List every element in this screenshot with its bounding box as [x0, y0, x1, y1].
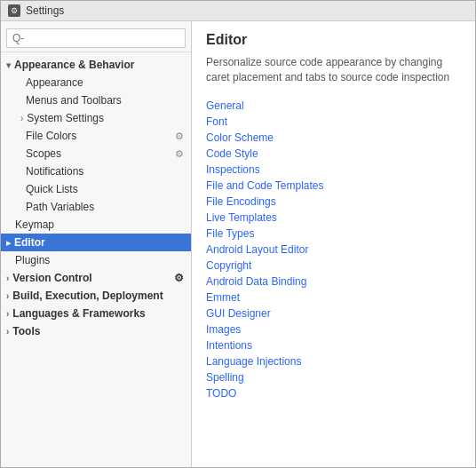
settings-icon: ⚙ — [8, 4, 20, 17]
editor-link-todo[interactable]: TODO — [206, 385, 461, 401]
nav-child-label: File Colors — [26, 130, 76, 142]
editor-link-font[interactable]: Font — [206, 114, 461, 130]
editor-link-android-data-binding[interactable]: Android Data Binding — [206, 274, 461, 290]
nav-subparent-label: Version Control — [12, 272, 91, 284]
editor-link-gui-designer[interactable]: GUI Designer — [206, 305, 461, 321]
window-title: Settings — [26, 4, 64, 17]
arrow-icon: › — [6, 274, 9, 283]
sidebar: ▾ Appearance & Behavior Appearance Menus… — [1, 21, 192, 467]
arrow-icon: › — [20, 114, 23, 123]
badge-icon: ⚙ — [175, 148, 184, 160]
nav-parent-editor[interactable]: ▸ Editor — [1, 234, 191, 251]
editor-link-images[interactable]: Images — [206, 321, 461, 337]
editor-link-intentions[interactable]: Intentions — [206, 337, 461, 353]
settings-window: ⚙ Settings ▾ Appearance & Behavior Appea… — [0, 0, 476, 468]
search-bar — [1, 25, 191, 52]
badge-icon: ⚙ — [175, 131, 184, 142]
nav-subparent-system[interactable]: › System Settings — [1, 109, 191, 127]
nav-item-keymap[interactable]: Keymap — [1, 216, 191, 234]
title-bar: ⚙ Settings — [1, 1, 475, 21]
nav-subparent-tools[interactable]: › Tools — [1, 322, 191, 340]
main-description: Personalize source code appearance by ch… — [206, 55, 461, 85]
nav-item-label: Plugins — [15, 254, 50, 266]
nav-section: ▾ Appearance & Behavior Appearance Menus… — [1, 56, 191, 340]
arrow-icon: › — [6, 309, 9, 319]
nav-subparent-build[interactable]: › Build, Execution, Deployment — [1, 287, 191, 305]
nav-child-label: Appearance — [26, 76, 83, 89]
nav-child-quicklists[interactable]: Quick Lists — [1, 180, 191, 198]
editor-link-color-scheme[interactable]: Color Scheme — [206, 130, 461, 146]
nav-child-notifications[interactable]: Notifications — [1, 163, 191, 180]
nav-parent-label: Appearance & Behavior — [14, 59, 134, 71]
nav-item-label: Keymap — [15, 218, 54, 231]
arrow-icon: › — [6, 291, 9, 301]
search-input[interactable] — [6, 28, 186, 48]
arrow-icon: › — [6, 327, 9, 337]
badge-icon: ⚙ — [174, 272, 184, 284]
nav-parent-appearance[interactable]: ▾ Appearance & Behavior — [1, 56, 191, 74]
nav-parent-label: Editor — [14, 236, 45, 249]
nav-subparent-label: Build, Execution, Deployment — [12, 290, 163, 302]
nav-child-label: Scopes — [26, 147, 61, 160]
main-title: Editor — [206, 32, 461, 48]
nav-child-appearance[interactable]: Appearance — [1, 74, 191, 91]
editor-links-list: GeneralFontColor SchemeCode StyleInspect… — [206, 98, 461, 401]
editor-link-language-injections[interactable]: Language Injections — [206, 353, 461, 369]
nav-child-pathvariables[interactable]: Path Variables — [1, 198, 191, 216]
editor-link-copyright[interactable]: Copyright — [206, 258, 461, 274]
editor-link-spelling[interactable]: Spelling — [206, 369, 461, 385]
editor-link-emmet[interactable]: Emmet — [206, 290, 461, 305]
nav-child-label: Quick Lists — [26, 183, 78, 195]
nav-child-label: Path Variables — [26, 201, 94, 213]
main-panel: Editor Personalize source code appearanc… — [192, 21, 475, 467]
nav-subparent-label: System Settings — [27, 112, 104, 124]
main-content: ▾ Appearance & Behavior Appearance Menus… — [1, 21, 475, 467]
arrow-icon: ▸ — [6, 238, 11, 248]
arrow-icon: ▾ — [6, 60, 11, 70]
nav-subparent-label: Tools — [12, 325, 40, 337]
nav-child-menus[interactable]: Menus and Toolbars — [1, 91, 191, 109]
nav-subparent-label: Languages & Frameworks — [12, 307, 145, 320]
nav-child-filecolors[interactable]: File Colors ⚙ — [1, 127, 191, 145]
editor-link-live-templates[interactable]: Live Templates — [206, 210, 461, 226]
editor-link-file-types[interactable]: File Types — [206, 226, 461, 242]
editor-link-inspections[interactable]: Inspections — [206, 162, 461, 178]
editor-link-file-encodings[interactable]: File Encodings — [206, 194, 461, 210]
editor-link-code-style[interactable]: Code Style — [206, 146, 461, 162]
editor-link-file-and-code-templates[interactable]: File and Code Templates — [206, 178, 461, 194]
nav-child-label: Menus and Toolbars — [26, 94, 122, 107]
nav-item-plugins[interactable]: Plugins — [1, 251, 191, 269]
nav-subparent-vcs[interactable]: › Version Control ⚙ — [1, 269, 191, 287]
nav-child-scopes[interactable]: Scopes ⚙ — [1, 145, 191, 163]
editor-link-android-layout-editor[interactable]: Android Layout Editor — [206, 242, 461, 258]
nav-subparent-languages[interactable]: › Languages & Frameworks — [1, 305, 191, 322]
nav-child-label: Notifications — [26, 165, 83, 178]
editor-link-general[interactable]: General — [206, 98, 461, 114]
